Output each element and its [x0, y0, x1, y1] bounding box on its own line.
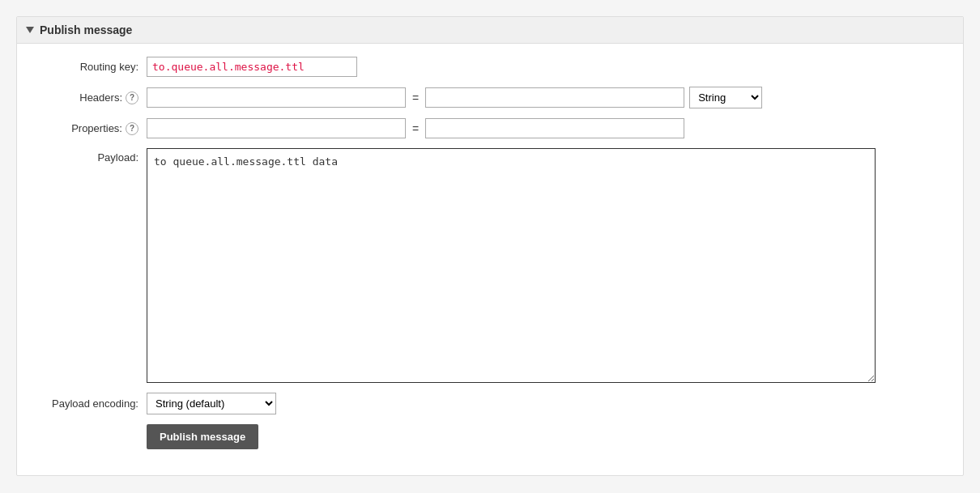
headers-help-icon[interactable]: ? — [126, 91, 138, 104]
section-header[interactable]: Publish message — [17, 17, 963, 44]
publish-button-row: Publish message — [33, 424, 947, 449]
properties-help-icon[interactable]: ? — [126, 122, 138, 135]
payload-textarea[interactable]: to queue.all.message.ttl data — [147, 148, 876, 383]
section-title: Publish message — [40, 23, 132, 36]
form-body: Routing key: Headers: ? = String Integer… — [17, 44, 963, 475]
headers-label-group: Headers: ? — [33, 91, 147, 104]
publish-message-button[interactable]: Publish message — [147, 424, 258, 449]
payload-encoding-row: Payload encoding: String (default) Base6… — [33, 393, 947, 414]
routing-key-input[interactable] — [147, 57, 357, 77]
headers-label: Headers: — [79, 91, 122, 104]
collapse-triangle-icon — [26, 27, 34, 33]
routing-key-label: Routing key: — [33, 61, 147, 73]
publish-section: Publish message Routing key: Headers: ? … — [16, 16, 964, 476]
properties-value-input[interactable] — [425, 118, 684, 138]
payload-encoding-select[interactable]: String (default) Base64 — [147, 393, 276, 414]
payload-label: Payload: — [33, 148, 147, 164]
headers-row: Headers: ? = String Integer Boolean Deci… — [33, 87, 947, 108]
payload-row: Payload: to queue.all.message.ttl data — [33, 148, 947, 383]
headers-key-input[interactable] — [147, 87, 406, 108]
headers-value-input[interactable] — [425, 87, 684, 108]
properties-equals: = — [406, 122, 425, 135]
properties-label-group: Properties: ? — [33, 122, 147, 135]
properties-row: Properties: ? = — [33, 118, 947, 138]
payload-encoding-label: Payload encoding: — [33, 397, 147, 410]
properties-label: Properties: — [71, 122, 122, 134]
properties-key-input[interactable] — [147, 118, 406, 138]
headers-equals: = — [406, 91, 425, 104]
footer: CSDN @breaksoftware — [0, 484, 980, 493]
routing-key-row: Routing key: — [33, 57, 947, 77]
page-container: Publish message Routing key: Headers: ? … — [0, 0, 980, 493]
headers-type-select[interactable]: String Integer Boolean Decimal — [689, 87, 762, 108]
